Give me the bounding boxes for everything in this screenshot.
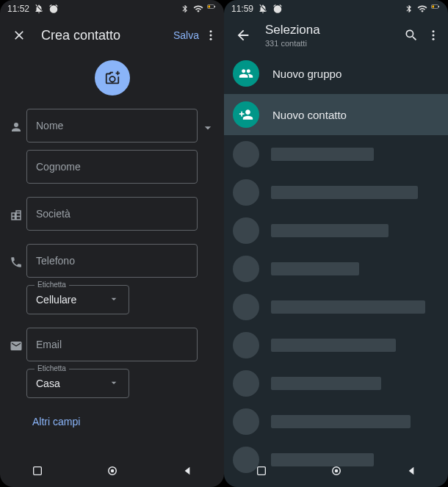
- redacted-name: [271, 415, 411, 428]
- dnd-icon: [34, 4, 44, 14]
- redacted-name: [271, 262, 359, 275]
- svg-point-13: [433, 35, 435, 37]
- group-icon: [233, 60, 259, 87]
- placeholder: Società: [36, 208, 71, 220]
- svg-rect-15: [257, 467, 265, 475]
- nav-home[interactable]: [330, 464, 343, 480]
- overflow-menu-button[interactable]: [424, 22, 442, 48]
- contact-row[interactable]: [224, 403, 448, 441]
- contact-row[interactable]: [224, 212, 448, 250]
- legend: Etichetta: [35, 281, 69, 289]
- first-name-input[interactable]: Nome: [26, 109, 198, 143]
- dnd-icon: [258, 4, 268, 14]
- navigation-bar: [224, 458, 448, 487]
- save-button[interactable]: Salva: [173, 29, 199, 41]
- appbar-subtitle: 331 contatti: [265, 39, 398, 48]
- person-icon: [6, 109, 26, 134]
- phone-icon: [6, 244, 26, 269]
- close-button[interactable]: [6, 22, 32, 48]
- placeholder: Cognome: [36, 161, 81, 173]
- email-type-dropdown[interactable]: Etichetta Casa: [26, 369, 129, 398]
- chevron-down-icon: [108, 377, 120, 391]
- redacted-name: [271, 186, 418, 199]
- svg-rect-6: [33, 467, 41, 475]
- avatar: [233, 217, 259, 244]
- svg-rect-10: [433, 6, 435, 8]
- expand-name-button[interactable]: [198, 109, 218, 135]
- redacted-name: [271, 300, 425, 314]
- contact-row[interactable]: [224, 326, 448, 364]
- redacted-name: [271, 377, 381, 390]
- contact-row[interactable]: [224, 288, 448, 326]
- avatar: [233, 332, 259, 358]
- bluetooth-icon: [404, 4, 414, 14]
- surname-input[interactable]: Cognome: [26, 150, 198, 184]
- back-button[interactable]: [230, 22, 256, 48]
- svg-rect-2: [214, 6, 215, 7]
- svg-rect-1: [209, 6, 211, 8]
- nav-back[interactable]: [405, 465, 417, 480]
- legend: Etichetta: [35, 364, 69, 372]
- person-add-icon: [233, 101, 259, 128]
- phone-type-dropdown[interactable]: Etichetta Cellulare: [26, 285, 129, 314]
- value: Casa: [36, 378, 60, 389]
- label: Nuovo gruppo: [272, 68, 342, 80]
- bluetooth-icon: [180, 4, 190, 14]
- contact-row[interactable]: [224, 173, 448, 212]
- clock: 11:59: [231, 4, 253, 14]
- avatar: [233, 294, 259, 320]
- search-button[interactable]: [398, 22, 424, 48]
- avatar: [233, 408, 259, 435]
- nav-back[interactable]: [181, 465, 193, 480]
- svg-rect-11: [438, 6, 439, 7]
- placeholder: Telefono: [36, 255, 75, 267]
- svg-point-8: [110, 469, 114, 473]
- svg-point-12: [433, 30, 435, 32]
- contact-row[interactable]: [224, 135, 448, 173]
- label: Nuovo contatto: [272, 109, 347, 121]
- contact-row[interactable]: [224, 250, 448, 288]
- nav-home[interactable]: [106, 464, 119, 480]
- svg-point-4: [210, 35, 212, 37]
- svg-point-3: [210, 30, 212, 32]
- avatar: [233, 179, 259, 206]
- email-icon: [6, 328, 26, 353]
- status-bar: 11:52: [0, 0, 224, 18]
- new-contact-button[interactable]: Nuovo contatto: [224, 94, 448, 135]
- overflow-menu-button[interactable]: [203, 22, 218, 48]
- navigation-bar: [0, 458, 224, 487]
- email-input[interactable]: Email: [26, 328, 198, 361]
- redacted-name: [271, 224, 389, 237]
- appbar-title: Seleziona: [265, 23, 398, 37]
- placeholder: Nome: [36, 120, 63, 131]
- svg-point-14: [433, 38, 435, 40]
- avatar: [233, 141, 259, 167]
- status-bar: 11:59: [224, 0, 448, 18]
- nav-recents[interactable]: [32, 465, 43, 480]
- add-photo-button[interactable]: [95, 60, 130, 95]
- nav-recents[interactable]: [256, 465, 267, 480]
- company-icon: [6, 197, 26, 222]
- alarm-icon: [48, 4, 59, 14]
- company-input[interactable]: Società: [26, 197, 198, 231]
- redacted-name: [271, 339, 396, 352]
- contact-row[interactable]: [224, 364, 448, 403]
- svg-point-5: [210, 38, 212, 40]
- phone-input[interactable]: Telefono: [26, 244, 198, 278]
- value: Cellulare: [36, 294, 76, 306]
- appbar-title: Crea contatto: [41, 28, 173, 43]
- chevron-down-icon: [108, 293, 120, 307]
- battery-icon: [430, 4, 441, 14]
- new-group-button[interactable]: Nuovo gruppo: [224, 53, 448, 94]
- contact-list[interactable]: [224, 135, 448, 479]
- battery-icon: [206, 4, 217, 14]
- clock: 11:52: [7, 4, 29, 14]
- alarm-icon: [272, 4, 283, 14]
- svg-point-17: [334, 469, 338, 473]
- more-fields-button[interactable]: Altri campi: [0, 411, 224, 428]
- wifi-icon: [193, 4, 203, 14]
- appbar: Seleziona 331 contatti: [224, 18, 448, 53]
- placeholder: Email: [36, 339, 62, 350]
- wifi-icon: [417, 4, 427, 14]
- avatar: [233, 256, 259, 282]
